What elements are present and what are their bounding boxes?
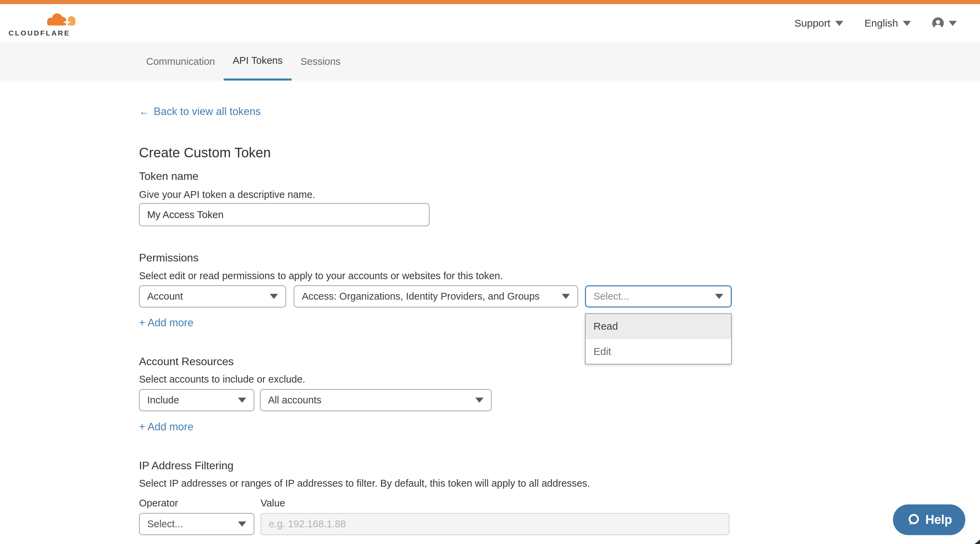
support-menu-label: Support — [795, 17, 830, 29]
language-menu[interactable]: English — [865, 17, 911, 29]
permissions-heading: Permissions — [139, 252, 980, 264]
token-name-input[interactable] — [139, 203, 430, 226]
ip-operator-placeholder: Select... — [147, 519, 183, 530]
permission-level-select[interactable]: Select... Read Edit — [585, 285, 732, 308]
help-button[interactable]: Help — [893, 504, 965, 535]
add-more-permission-link[interactable]: + Add more — [139, 317, 193, 329]
back-link-label: Back to view all tokens — [154, 105, 261, 118]
create-token-form: ← Back to view all tokens Create Custom … — [0, 81, 980, 535]
chevron-down-icon — [562, 294, 570, 299]
account-include-select[interactable]: Include — [139, 389, 255, 411]
account-scope-value: All accounts — [268, 395, 321, 406]
chevron-down-icon — [270, 294, 278, 299]
permission-resource-value: Access: Organizations, Identity Provider… — [302, 291, 539, 302]
account-resources-row: Include All accounts — [139, 389, 980, 411]
chevron-down-icon — [475, 398, 484, 403]
permission-scope-value: Account — [147, 291, 183, 302]
cloudflare-api-tokens-page: CLOUDFLARE Support English — [0, 0, 980, 544]
operator-label: Operator — [139, 497, 261, 509]
ip-operator-select[interactable]: Select... — [139, 513, 255, 535]
chevron-down-icon — [715, 294, 723, 299]
account-resources-description: Select accounts to include or exclude. — [139, 373, 980, 385]
add-more-account-link[interactable]: + Add more — [139, 421, 193, 433]
chevron-down-icon — [948, 21, 957, 26]
ip-filtering-description: Select IP addresses or ranges of IP addr… — [139, 477, 980, 489]
chevron-down-icon — [238, 522, 246, 527]
account-resources-heading: Account Resources — [139, 355, 980, 368]
corner-artifact — [975, 539, 980, 544]
tab-api-tokens[interactable]: API Tokens — [224, 42, 291, 81]
help-button-label: Help — [925, 512, 952, 527]
tab-communication[interactable]: Communication — [137, 42, 224, 81]
app-header: CLOUDFLARE Support English — [0, 4, 980, 42]
token-name-heading: Token name — [139, 170, 980, 182]
support-menu[interactable]: Support — [795, 17, 843, 29]
ip-filtering-labels: Operator Value — [139, 497, 980, 509]
header-nav: Support English — [795, 4, 957, 42]
account-menu[interactable] — [932, 17, 957, 29]
brand-accent-bar — [0, 0, 980, 4]
chevron-down-icon — [238, 398, 246, 403]
permissions-row: Account Access: Organizations, Identity … — [139, 285, 980, 308]
chevron-down-icon — [903, 21, 911, 26]
permission-level-placeholder: Select... — [593, 291, 629, 302]
cloudflare-cloud-icon — [45, 11, 78, 28]
token-name-description: Give your API token a descriptive name. — [139, 189, 980, 200]
permissions-description: Select edit or read permissions to apply… — [139, 270, 980, 282]
profile-tabs: Communication API Tokens Sessions — [0, 42, 980, 81]
account-include-value: Include — [147, 395, 179, 406]
value-label: Value — [261, 497, 285, 509]
account-scope-select[interactable]: All accounts — [260, 389, 492, 411]
permission-resource-select[interactable]: Access: Organizations, Identity Provider… — [294, 285, 578, 308]
permission-level-menu: Read Edit — [585, 313, 732, 365]
chat-bubble-icon — [906, 512, 921, 527]
cloudflare-logo[interactable]: CLOUDFLARE — [8, 11, 80, 37]
ip-filtering-heading: IP Address Filtering — [139, 459, 980, 472]
menu-item-read[interactable]: Read — [585, 314, 731, 339]
language-menu-label: English — [865, 17, 898, 29]
left-arrow-icon: ← — [139, 105, 150, 118]
cloudflare-logo-text: CLOUDFLARE — [8, 29, 80, 37]
ip-value-input[interactable] — [261, 513, 729, 535]
tab-sessions[interactable]: Sessions — [292, 42, 350, 81]
chevron-down-icon — [835, 21, 843, 26]
menu-item-edit[interactable]: Edit — [585, 339, 731, 364]
permission-scope-select[interactable]: Account — [139, 285, 286, 308]
back-link[interactable]: ← Back to view all tokens — [139, 105, 261, 118]
page-title: Create Custom Token — [139, 144, 980, 161]
user-avatar-icon — [932, 17, 944, 29]
ip-filtering-row: Select... — [139, 513, 980, 535]
